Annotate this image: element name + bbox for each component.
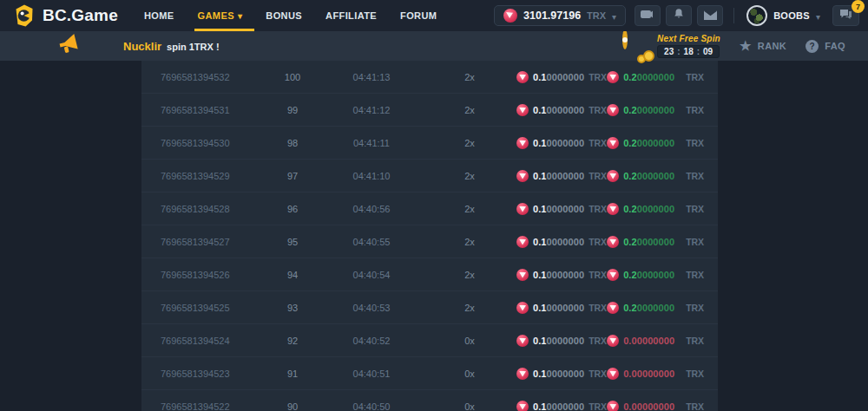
announcement-message[interactable]: Nucklir spin 1TRX ! <box>123 40 220 53</box>
chat-button[interactable]: 7 <box>832 5 859 26</box>
bet-id: 7696581394523 <box>161 369 265 379</box>
nav-item-games[interactable]: GAMES <box>198 0 243 31</box>
currency-label: TRX <box>589 303 607 313</box>
payout-amount: 0.00000000 <box>623 401 674 411</box>
bet-time: 04:40:53 <box>320 303 423 313</box>
trx-coin-icon <box>607 368 619 380</box>
currency-label: TRX <box>589 237 607 247</box>
trx-coin-icon <box>607 71 619 83</box>
currency-label: TRX <box>686 171 704 181</box>
bet-amount: 0.10000000 <box>533 72 584 82</box>
table-row[interactable]: 7696581394528 96 04:40:56 2x 0.10000000 … <box>141 192 718 225</box>
messages-button[interactable] <box>697 5 723 26</box>
table-row[interactable]: 7696581394530 98 04:41:11 2x 0.10000000 … <box>141 127 718 160</box>
payout-cell: 0.00000000 TRX <box>607 335 704 347</box>
trx-coin-icon <box>607 401 619 411</box>
payout-cell: 0.20000000 TRX <box>607 104 704 116</box>
trx-coin-icon <box>607 170 619 182</box>
currency-label: TRX <box>686 204 704 214</box>
trx-coin-icon <box>607 269 619 281</box>
bet-number: 99 <box>265 105 320 115</box>
colon-separator <box>697 47 700 56</box>
trx-coin-icon <box>516 335 529 347</box>
payout-cell: 0.20000000 TRX <box>607 236 704 248</box>
payout-amount: 0.20000000 <box>623 72 674 82</box>
payout-cell: 0.20000000 TRX <box>607 302 704 314</box>
chevron-down-icon <box>234 10 242 21</box>
table-row[interactable]: 7696581394529 97 04:41:10 2x 0.10000000 … <box>141 160 718 192</box>
faq-link[interactable]: FAQ <box>806 40 845 53</box>
chevron-down-icon <box>816 8 820 23</box>
bet-amount-cell: 0.10000000 TRX <box>516 71 607 83</box>
payout-cell: 0.20000000 TRX <box>607 71 704 83</box>
currency-label: TRX <box>589 270 607 280</box>
bet-id: 7696581394532 <box>161 72 265 82</box>
main-content: 7696581394532 100 04:41:13 2x 0.10000000… <box>0 61 868 411</box>
faq-label: FAQ <box>825 41 845 51</box>
currency-label: TRX <box>589 401 607 411</box>
bet-time: 04:41:13 <box>320 72 423 82</box>
bet-number: 93 <box>265 303 320 313</box>
payout-cell: 0.20000000 TRX <box>607 137 704 149</box>
bet-amount-cell: 0.10000000 TRX <box>516 203 607 215</box>
trx-coin-icon <box>607 104 619 116</box>
nav-item-bonus[interactable]: BONUS <box>266 0 302 31</box>
table-row[interactable]: 7696581394524 92 04:40:52 0x 0.10000000 … <box>141 324 718 357</box>
bet-amount-cell: 0.10000000 TRX <box>516 236 607 248</box>
table-row[interactable]: 7696581394525 93 04:40:53 2x 0.10000000 … <box>141 291 718 324</box>
countdown-seconds: 09 <box>703 47 713 56</box>
nav-item-home[interactable]: HOME <box>144 0 174 31</box>
bet-multiplier: 0x <box>423 401 516 411</box>
table-row[interactable]: 7696581394532 100 04:41:13 2x 0.10000000… <box>141 61 718 94</box>
bet-amount-cell: 0.10000000 TRX <box>516 104 607 116</box>
currency-label: TRX <box>686 270 704 280</box>
bet-amount: 0.10000000 <box>533 270 584 280</box>
table-row[interactable]: 7696581394531 99 04:41:12 2x 0.10000000 … <box>141 94 718 127</box>
payout-cell: 0.20000000 TRX <box>607 203 704 215</box>
payout-amount: 0.20000000 <box>623 105 674 115</box>
payout-cell: 0.00000000 TRX <box>607 401 704 411</box>
bet-amount-cell: 0.10000000 TRX <box>516 137 607 149</box>
trx-coin-icon <box>607 302 619 314</box>
user-menu[interactable]: BOOBS <box>746 5 820 26</box>
bell-icon <box>673 8 685 23</box>
balance-currency-selector[interactable]: 3101.97196 TRX <box>494 5 626 26</box>
currency-label: TRX <box>589 369 607 379</box>
bcgame-logo[interactable]: BC.Game <box>14 4 118 27</box>
free-spin-widget[interactable]: Next Free Spin 23 18 09 <box>622 32 720 60</box>
bet-id: 7696581394531 <box>161 105 265 115</box>
bet-id: 7696581394527 <box>161 237 265 247</box>
bet-multiplier: 0x <box>423 336 516 346</box>
table-row[interactable]: 7696581394522 90 04:40:50 0x 0.10000000 … <box>141 390 718 411</box>
payout-cell: 0.20000000 TRX <box>607 170 704 182</box>
currency-label: TRX <box>589 171 607 181</box>
table-row[interactable]: 7696581394523 91 04:40:51 0x 0.10000000 … <box>141 357 718 390</box>
currency-label: TRX <box>686 303 704 313</box>
bet-id: 7696581394522 <box>161 401 265 411</box>
bet-time: 04:40:56 <box>320 204 423 214</box>
payout-amount: 0.00000000 <box>623 369 674 379</box>
rank-link[interactable]: RANK <box>740 38 786 54</box>
table-row[interactable]: 7696581394526 94 04:40:54 2x 0.10000000 … <box>141 258 718 291</box>
vault-button[interactable] <box>635 5 661 26</box>
chat-icon <box>839 8 852 23</box>
bet-number: 90 <box>265 401 320 411</box>
payout-amount: 0.20000000 <box>623 237 674 247</box>
bet-amount-cell: 0.10000000 TRX <box>516 269 607 281</box>
bet-number: 95 <box>265 237 320 247</box>
payout-cell: 0.00000000 TRX <box>607 368 704 380</box>
trx-coin-icon <box>503 9 517 23</box>
bet-time: 04:40:50 <box>320 401 423 411</box>
nav-item-forum[interactable]: FORUM <box>400 0 437 31</box>
table-row[interactable]: 7696581394527 95 04:40:55 2x 0.10000000 … <box>141 225 718 258</box>
currency-label: TRX <box>686 237 704 247</box>
bet-amount-cell: 0.10000000 TRX <box>516 302 607 314</box>
bet-number: 100 <box>265 72 320 82</box>
trx-coin-icon <box>516 368 529 380</box>
bet-number: 92 <box>265 336 320 346</box>
currency-label: TRX <box>686 105 704 115</box>
notifications-button[interactable] <box>666 5 692 26</box>
nav-item-affiliate[interactable]: AFFILIATE <box>326 0 377 31</box>
currency-label: TRX <box>589 336 607 346</box>
bet-multiplier: 2x <box>423 138 516 148</box>
